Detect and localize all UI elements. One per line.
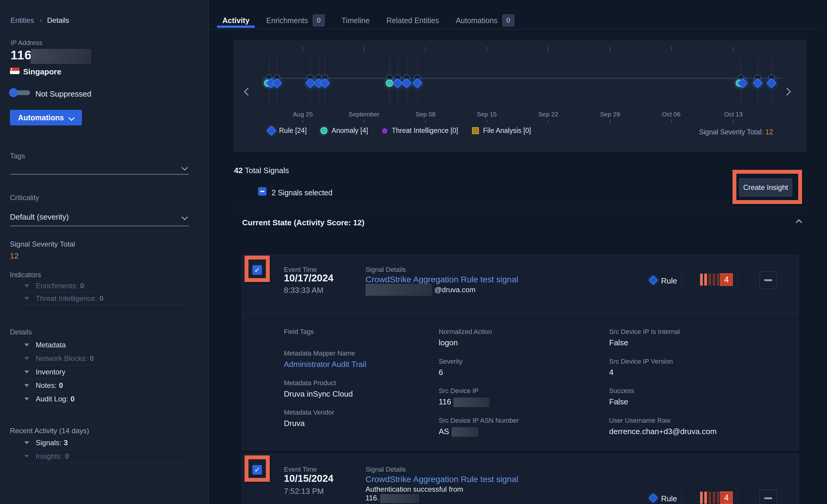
criticality-label: Criticality — [10, 194, 39, 202]
signal-1-time: 8:33:33 AM — [284, 286, 324, 295]
sidebar-item-label: Signals:3 — [36, 439, 68, 447]
signal-1-title-link[interactable]: CrowdStrike Aggregation Rule test signal — [366, 275, 518, 285]
sidebar-item-audit-log[interactable]: Audit Log:0 — [23, 392, 189, 406]
field-label-metadata-vendor: Metadata Vendor — [284, 409, 334, 416]
signals-selected-label: 2 Signals selected — [272, 188, 333, 197]
breadcrumb-current: Details — [47, 16, 69, 24]
details-label: Details — [10, 328, 32, 336]
sidebar-item-insights[interactable]: Insights:0 — [23, 450, 189, 463]
sidebar-item-network-blocks[interactable]: Network Blocks:0 — [23, 352, 189, 365]
signal-1-user-redaction — [366, 284, 432, 296]
divider — [737, 272, 738, 288]
signal-2-collapse-button[interactable] — [760, 490, 777, 504]
tab-activity[interactable]: Activity — [222, 16, 249, 25]
axis-tick-top — [364, 47, 364, 51]
legend-item-anomaly-4[interactable]: Anomaly [4] — [321, 127, 368, 135]
field-label-field-tags: Field Tags — [284, 328, 314, 336]
tab-label: Timeline — [341, 16, 370, 25]
tab-bar: ActivityEnrichments0TimelineRelated Enti… — [222, 13, 514, 28]
signal-1-checkbox[interactable]: ✓ — [252, 265, 262, 275]
recent-activity-list: Signals:3Insights:0 — [23, 436, 189, 463]
collapse-triangle-icon — [24, 455, 29, 458]
event-time-label: Event Time — [284, 466, 317, 473]
rule-marker-icon[interactable] — [752, 78, 763, 88]
axis-date-label: Oct 06 — [650, 111, 692, 118]
axis-tick-bottom — [733, 120, 734, 123]
breadcrumb-entities-link[interactable]: Entities — [10, 16, 34, 24]
tags-dropdown[interactable] — [10, 174, 189, 174]
select-all-checkbox[interactable] — [258, 187, 266, 196]
rule-marker-icon[interactable] — [412, 78, 423, 88]
field-value-src-device-ip-is-internal: False — [609, 338, 628, 347]
sidebar-item-label: Notes:0 — [36, 381, 63, 390]
signal-1-date: 10/17/2024 — [284, 272, 333, 284]
timeline-next-chevron-icon[interactable] — [783, 86, 794, 97]
suppression-toggle-knob[interactable] — [9, 88, 18, 97]
indicators-label: Indicators — [10, 270, 41, 279]
rule-marker-icon[interactable] — [401, 78, 412, 88]
current-state-collapse-chevron-icon[interactable] — [796, 219, 802, 225]
criticality-value[interactable]: Default (severity) — [10, 212, 69, 222]
sidebar-item-threat-intelligence[interactable]: Threat Intelligence:0 — [23, 292, 189, 305]
field-value-user-username-raw: derrence.chan+d3@druva.com — [609, 427, 717, 436]
signal-2-checkbox[interactable]: ✓ — [252, 465, 262, 474]
country-name: Singapore — [23, 67, 61, 77]
create-insight-button[interactable]: Create Insight — [739, 179, 792, 197]
field-redaction-block — [453, 398, 489, 407]
signal-1-collapse-button[interactable] — [760, 271, 777, 289]
legend-item-threat-intelligence-0[interactable]: Threat Intelligence [0] — [382, 127, 458, 135]
signal-1-severity-value: 4 — [720, 273, 733, 286]
field-value-metadata-mapper-name[interactable]: Administrator Audit Trail — [284, 360, 367, 369]
rule-marker-icon[interactable] — [272, 78, 282, 88]
sidebar-item-signals[interactable]: Signals:3 — [23, 436, 189, 450]
sidebar-item-metadata[interactable]: Metadata — [23, 338, 189, 352]
sidebar-item-inventory[interactable]: Inventory — [23, 365, 189, 379]
sidebar-item-label: Threat Intelligence:0 — [36, 294, 103, 303]
automations-button[interactable]: Automations — [10, 110, 82, 125]
tab-enrichments[interactable]: Enrichments0 — [266, 14, 325, 27]
axis-date-label: September — [343, 111, 385, 118]
timeline-prev-chevron-icon[interactable] — [243, 86, 253, 97]
tab-badge: 0 — [313, 14, 325, 27]
current-state-title: Current State (Activity Score: 12) — [242, 218, 364, 228]
field-label-metadata-mapper-name: Metadata Mapper Name — [284, 350, 355, 357]
axis-date-label: Aug 25 — [282, 111, 324, 118]
anomaly-legend-icon — [321, 127, 327, 134]
signal-2-type-label: Rule — [661, 494, 677, 503]
sidebar-item-enrichments[interactable]: Enrichments:0 — [23, 280, 189, 292]
tab-timeline[interactable]: Timeline — [341, 16, 370, 25]
legend-item-file-analysis-0[interactable]: File Analysis [0] — [472, 127, 531, 135]
tab-automations[interactable]: Automations0 — [456, 14, 514, 27]
collapse-triangle-icon — [24, 285, 29, 287]
timeline-axis — [262, 78, 781, 79]
anomaly-marker-icon[interactable] — [386, 80, 393, 87]
signal-2-title-link[interactable]: CrowdStrike Aggregation Rule test signal — [366, 474, 518, 484]
severity-bar — [704, 492, 707, 504]
total-signals: 42 Total Signals — [234, 166, 289, 175]
tab-related-entities[interactable]: Related Entities — [387, 16, 439, 25]
legend-item-rule-24[interactable]: Rule [24] — [268, 127, 307, 135]
field-label-normalized-action: Normalized Action — [439, 328, 492, 336]
rule-marker-icon[interactable] — [392, 78, 403, 88]
signal-2-desc-line3: ( — [366, 502, 368, 504]
field-value-src-device-ip: 116 — [439, 397, 489, 407]
collapse-triangle-icon — [24, 370, 29, 373]
field-label-metadata-product: Metadata Product — [284, 379, 336, 387]
axis-tick-top — [486, 47, 487, 51]
field-label-success: Success — [609, 387, 634, 395]
breadcrumb: Entities › Details — [10, 16, 69, 24]
rule-marker-icon[interactable] — [766, 78, 777, 88]
severity-bar — [700, 273, 703, 286]
severity-bar — [709, 492, 711, 504]
field-value-normalized-action: logon — [439, 338, 458, 347]
axis-tick-bottom — [425, 120, 426, 123]
card-1-divider — [242, 313, 798, 313]
axis-tick-top — [548, 47, 548, 51]
signal-2-severity-value: 4 — [720, 491, 733, 504]
severity-total-value: 12 — [10, 251, 18, 261]
signal-1-user-suffix: @druva.com — [435, 286, 475, 294]
axis-tick-top — [302, 47, 303, 51]
sidebar-item-notes[interactable]: Notes:0 — [23, 379, 189, 392]
criticality-dropdown[interactable] — [10, 225, 189, 226]
signal-2-severity-meter — [700, 492, 720, 504]
